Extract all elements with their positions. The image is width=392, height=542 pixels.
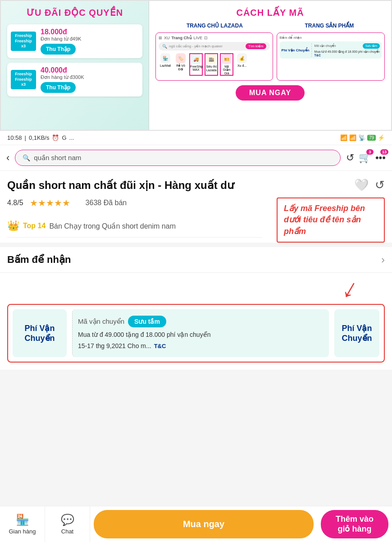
them-vao-gio-btn[interactable]: Thêm vào giỏ hàng <box>321 510 388 538</box>
phi-card-middle: Mã vận chuyển Sưu tầm Mua từ đ 49.000 tặ… <box>72 309 329 357</box>
rating-score: 4.8/5 <box>7 199 23 207</box>
search-text: quần short nam <box>34 154 81 162</box>
top-banner: ƯU ĐÃI ĐỘC QUYỀN Freeship Freeship x3 18… <box>0 0 392 131</box>
signal-icon-1: 📶 <box>340 134 347 141</box>
mua-ngay-nav-btn[interactable]: Mua ngay <box>94 510 314 538</box>
gian-hang-label: Gian hàng <box>9 528 36 535</box>
chat-icon: 💬 <box>61 514 74 526</box>
chevron-right-icon: › <box>381 253 385 266</box>
phone-search-btn[interactable]: Tìm kiếm <box>246 43 266 49</box>
product-actions: 🤍 ↺ <box>354 178 385 192</box>
voucher-amount-1: 18.000đ <box>41 28 139 36</box>
refresh-icon: ↺ <box>346 152 354 163</box>
arrow-annotation: ↓ <box>7 273 385 304</box>
search-icon: 🔍 <box>23 154 30 161</box>
product-section: Quần short nam chất đũi xịn - Hàng xuất … <box>0 171 392 243</box>
phi-van-chuyen-section: ↓ Phí Vận Chuyển Mã vận chuyển Sưu tầm M… <box>0 273 392 370</box>
more-button[interactable]: ••• 13 <box>375 152 386 164</box>
banner-left-title: ƯU ĐÃI ĐỘC QUYỀN <box>7 7 142 18</box>
lightning-icon: ⚡ <box>378 134 385 141</box>
right-icons-row: ↺ 🛒 3 ••• 13 <box>346 152 386 164</box>
chat-nav[interactable]: 💬 Chat <box>45 506 90 542</box>
back-button[interactable]: ‹ <box>6 152 9 164</box>
share-icon[interactable]: ↺ <box>375 178 385 192</box>
product-screen-title: Bấm để nhận <box>280 36 382 40</box>
tc-text: T&C <box>154 343 166 349</box>
status-bar: 10:58 | 0,1KB/s ⏰ G ... 📶 📶 📡 79 ⚡ <box>0 131 392 145</box>
ma-van-chuyen-row: Mã vận chuyển Sưu tầm <box>78 316 323 327</box>
phi-detail-text: Mua từ đ 49.000 tặng đ 18.000 phí vận ch… <box>78 330 323 340</box>
crown-icon: 👑 <box>7 220 19 232</box>
phone-screen-mockup: ⊞XUTrang ChủLIVE⊡ 🔍 ngũ cốc uống - yến m… <box>155 32 273 81</box>
phone-search-bar: 🔍 ngũ cốc uống - yến mạch quaker Tìm kiế… <box>159 42 269 51</box>
thu-thap-btn-1[interactable]: Thu Thập <box>41 44 76 55</box>
chat-label: Chat <box>61 528 73 535</box>
voucher-tag-1: Freeship Freeship x3 <box>11 32 36 51</box>
time: 10:58 <box>7 134 22 141</box>
step1-label: TRANG CHỦ LAZADA <box>187 23 243 29</box>
mua-ngay-banner-btn[interactable]: MUA NGAY <box>236 85 305 101</box>
search-input-container[interactable]: 🔍 quần short nam <box>15 150 341 166</box>
wifi-icon: 📡 <box>358 134 365 141</box>
top-badge-text: Bán Chạy trong Quần short denim nam <box>49 222 176 230</box>
banner-right: CÁCH LẤY MÃ TRANG CHỦ LAZADA TRANG SẢN P… <box>149 1 391 130</box>
phi-van-chuyen-mini: Phí Vận Chuyển Mã vận chuyển Sưu tầm Mua… <box>280 41 382 59</box>
status-right: 📶 📶 📡 79 ⚡ <box>340 134 385 141</box>
voucher-condition-2: Đơn hàng từ đ300K <box>41 74 139 80</box>
phi-date-text: 15-17 thg 9,2021 Cho m... <box>78 341 151 351</box>
gian-hang-nav[interactable]: 🏪 Gian hàng <box>0 506 45 542</box>
voucher-card-1[interactable]: Freeship Freeship x3 18.000đ Đơn hàng từ… <box>7 24 142 58</box>
battery-badge: 79 <box>367 135 376 141</box>
phi-card-title-right: Phí Vận Chuyển <box>341 323 373 343</box>
voucher-amount-2: 40.000đ <box>41 66 139 74</box>
suu-tam-btn[interactable]: Sưu tầm <box>128 316 166 327</box>
voucher-info-1: 18.000đ Đơn hàng từ đ49K Thu Thập <box>41 28 139 55</box>
voucher-condition-1: Đơn hàng từ đ49K <box>41 36 139 42</box>
heart-icon[interactable]: 🤍 <box>354 178 369 192</box>
product-title: Quần short nam chất đũi xịn - Hàng xuất … <box>7 178 349 192</box>
voucher-card-2[interactable]: Freeship Freeship x3 40.000đ Đơn hàng từ… <box>7 63 142 96</box>
voucher-info-2: 40.000đ Đơn hàng từ đ300K Thu Thập <box>41 66 139 93</box>
suu-tam-mini-btn[interactable]: Sưu tầm <box>363 43 380 49</box>
thu-thap-btn-2[interactable]: Thu Thập <box>41 82 76 93</box>
banner-left: ƯU ĐÃI ĐỘC QUYỀN Freeship Freeship x3 18… <box>1 1 149 130</box>
app-mockup-area: ⊞XUTrang ChủLIVE⊡ 🔍 ngũ cốc uống - yến m… <box>155 32 385 81</box>
google-indicator: G <box>62 134 66 141</box>
stars: ★★★★★ <box>30 198 70 208</box>
search-bar-row: ‹ 🔍 quần short nam ↺ 🛒 3 ••• 13 <box>0 145 392 171</box>
rating-and-top: 4.8/5 ★★★★★ 3638 Đã bán 👑 Top 14 Bán Chạ… <box>7 198 262 238</box>
gian-hang-icon: 🏪 <box>16 514 29 526</box>
top-badge-row: 👑 Top 14 Bán Chạy trong Quần short denim… <box>7 215 262 238</box>
top-badge-number: Top 14 <box>23 222 46 230</box>
annotation-box: Lấy mã Freeship bên dưới tiêu đề tên sản… <box>277 198 385 243</box>
data-speed: 0,1KB/s <box>29 134 50 141</box>
red-arrow-icon: ↓ <box>337 271 365 305</box>
phi-card-title-left: Phí Vận Chuyển <box>19 323 60 343</box>
phi-card-right: Phí Vận Chuyển <box>334 309 379 357</box>
more-badge: 13 <box>380 149 388 155</box>
bam-de-nhan-text: Bấm để nhận <box>7 254 71 266</box>
product-screen-mockup: Bấm để nhận Phí Vận Chuyển Mã vận chuyển… <box>277 32 385 81</box>
cart-button[interactable]: 🛒 3 <box>359 152 371 164</box>
phi-cards-row: Phí Vận Chuyển Mã vận chuyển Sưu tầm Mua… <box>7 304 385 363</box>
spacer <box>0 370 392 415</box>
ma-van-chuyen-text: Mã vận chuyển <box>78 317 124 326</box>
refresh-button[interactable]: ↺ <box>346 152 354 164</box>
rating-row: 4.8/5 ★★★★★ 3638 Đã bán <box>7 198 262 208</box>
phone-icons-row: 🏪 LazMall 🏷️ Rẻ Vô Đối 🚚 FreeShip MAX 🏬 … <box>159 53 269 76</box>
phi-card-left: Phí Vận Chuyển <box>13 309 67 357</box>
product-title-row: Quần short nam chất đũi xịn - Hàng xuất … <box>7 178 385 192</box>
banner-right-title: CÁCH LẤY MÃ <box>155 7 385 18</box>
step-labels: TRANG CHỦ LAZADA TRANG SẢN PHẨM <box>155 23 385 29</box>
voucher-tag-2: Freeship Freeship x3 <box>11 70 36 89</box>
sold-count: 3638 Đã bán <box>86 199 127 207</box>
product-rating-annotation-row: 4.8/5 ★★★★★ 3638 Đã bán 👑 Top 14 Bán Chạ… <box>7 198 385 243</box>
step2-label: TRANG SẢN PHẨM <box>305 23 354 29</box>
more-dots: ... <box>69 134 74 141</box>
status-left: 10:58 | 0,1KB/s ⏰ G ... <box>7 134 74 141</box>
cart-badge: 3 <box>366 149 374 155</box>
freeship-section[interactable]: Bấm để nhận › <box>0 247 392 273</box>
bottom-nav: 🏪 Gian hàng 💬 Chat Mua ngay Thêm vào giỏ… <box>0 506 392 542</box>
signal-icon-2: 📶 <box>349 134 356 141</box>
